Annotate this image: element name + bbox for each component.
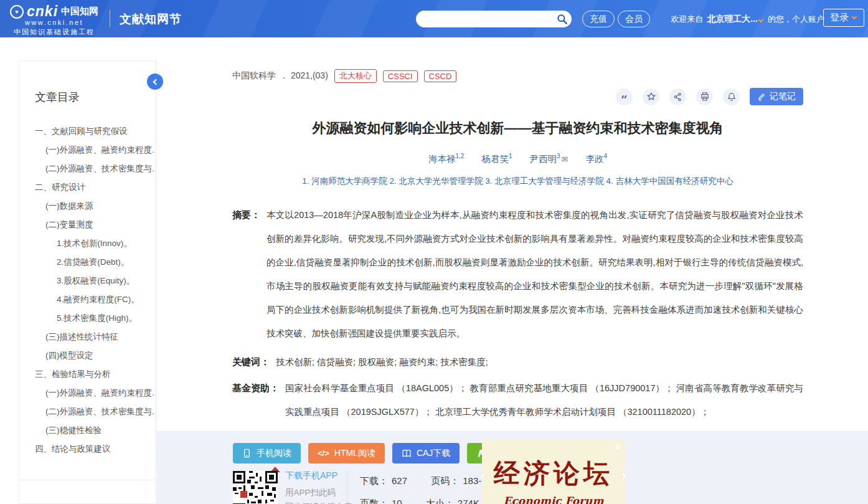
author-link[interactable]: 杨君笑1 (481, 154, 512, 164)
page-range-label: 页码： (431, 475, 459, 486)
printer-icon (700, 92, 710, 102)
logo-cn-text: 中国知网 (61, 6, 98, 17)
download-app-link[interactable]: 下载手机APP (285, 470, 352, 482)
toc-item[interactable]: 二、研究设计 (19, 178, 155, 197)
journal-promo-banner[interactable]: 经济论坛 Economic Forum x ‹ › (482, 440, 625, 504)
page-title: 文献知网节 (120, 11, 182, 27)
toc-item[interactable]: (二)变量测度 (19, 216, 155, 234)
member-button[interactable]: 会员 (618, 11, 650, 27)
welcome-area: 欢迎来自 北京理工大... 的您，个人账户 (671, 14, 824, 25)
journal-meta: 中国软科学 ． 2021,(03) 北大核心 CSSCI CSCD (232, 60, 803, 83)
toc-item[interactable]: 3.股权融资(Equity)。 (19, 272, 155, 290)
cnki-logo[interactable]: ♥ cnki 中国知网 www.cnki.net 中国知识基础设施工程 (10, 3, 98, 37)
toc-item[interactable]: (二)外源融资、技术密集度与... (19, 402, 155, 421)
scan-hint-2: 同步阅读此篇文章 (285, 502, 352, 504)
star-icon (646, 92, 656, 102)
phone-icon (242, 449, 252, 458)
cscd-badge: CSCD (424, 70, 457, 82)
share-button[interactable] (669, 88, 686, 105)
toc-item[interactable]: 4.融资约束程度(FC)。 (19, 290, 155, 309)
file-size: 274K (458, 498, 479, 504)
sidebar-collapse-button[interactable] (147, 74, 163, 90)
file-size-label: 大小： (426, 498, 454, 504)
bell-icon (727, 92, 737, 102)
journal-issue: ． 2021,(03) (280, 70, 328, 82)
toc-item[interactable]: (一)外源融资、融资约束程度... (19, 141, 155, 159)
logo-subtitle: 中国知识基础设施工程 (10, 27, 98, 37)
html-read-button[interactable]: </> HTML阅读 (308, 443, 385, 464)
toc-item[interactable]: 三、检验结果与分析 (19, 365, 155, 384)
top-header: ♥ cnki 中国知网 www.cnki.net 中国知识基础设施工程 文献知网… (0, 0, 868, 37)
toc-item[interactable]: (三)描述性统计特征 (19, 328, 155, 346)
toc-item[interactable]: (三)稳健性检验 (19, 421, 155, 440)
print-button[interactable] (696, 88, 713, 105)
login-button[interactable]: 登录 (823, 9, 864, 27)
search-bar (416, 11, 572, 27)
promo-title: 经济论坛 (482, 456, 625, 491)
scan-hint-1: 用APP扫此码 (285, 487, 352, 498)
toc-item[interactable]: (四)模型设定 (19, 346, 155, 365)
fund-label: 基金资助： (232, 376, 279, 424)
pencil-icon (757, 92, 766, 101)
quote-button[interactable]: “ (616, 88, 633, 105)
cssci-badge: CSSCI (383, 70, 418, 82)
favorite-button[interactable] (643, 88, 659, 105)
abstract-label: 摘要： (232, 203, 260, 345)
logo-url: www.cnki.net (10, 19, 98, 26)
download-section: 手机阅读 </> HTML阅读 CAJ下载 PDF下载 (156, 431, 868, 504)
code-icon: </> (318, 449, 329, 458)
toc-item[interactable]: (一)外源融资、融资约束程度... (19, 384, 155, 402)
mobile-read-button[interactable]: 手机阅读 (233, 443, 301, 464)
author-link[interactable]: 海本禄1,2 (428, 154, 464, 164)
article-title: 外源融资如何影响企业技术创新——基于融资约束和技术密集度视角 (232, 119, 803, 138)
share-icon (673, 92, 682, 102)
qr-stamp (240, 491, 248, 498)
page-count: 10 (392, 498, 402, 504)
authors-row: 海本禄1,2杨君笑1尹西明3✉李政4 (232, 153, 803, 165)
org-selector[interactable]: 北京理工大... (707, 14, 764, 25)
carousel-prev-icon[interactable]: ‹ (482, 467, 486, 483)
chevron-down-icon (758, 17, 763, 22)
toc-item[interactable]: 5.技术密集度(High)。 (19, 309, 155, 328)
sidebar-divider (19, 480, 155, 480)
keywords-row: 关键词： 技术创新; 信贷融资; 股权融资; 融资约束; 技术密集度; (232, 354, 803, 370)
abstract-row: 摘要： 本文以2013—2018年沪深A股制造业企业为样本,从融资约束程度和技术… (232, 203, 803, 345)
globe-icon: ♥ (10, 5, 24, 19)
core-badge: 北大核心 (334, 69, 377, 83)
toc-item[interactable]: 一、文献回顾与研究假设 (19, 122, 155, 141)
mail-icon: ✉ (562, 155, 568, 164)
fund-text[interactable]: 国家社会科学基金重点项目 （18AGL005）； 教育部重点研究基地重大项目 （… (285, 376, 803, 424)
article-toolbar: “ 记笔记 (232, 88, 803, 105)
affiliations[interactable]: 1. 河南师范大学商学院 2. 北京大学光华管理学院 3. 北京理工大学管理与经… (232, 176, 803, 187)
carousel-next-icon[interactable]: › (621, 467, 625, 483)
keywords-label: 关键词： (232, 354, 270, 370)
search-input[interactable] (416, 14, 553, 24)
recharge-button[interactable]: 充值 (582, 11, 615, 27)
qr-code (233, 471, 278, 504)
promo-subtitle: Economic Forum (482, 495, 625, 504)
toc-item[interactable]: (一)数据来源 (19, 197, 155, 216)
stats-divider (347, 471, 347, 504)
keywords-text[interactable]: 技术创新; 信贷融资; 股权融资; 融资约束; 技术密集度; (276, 354, 488, 370)
logo-cnki-text: cnki (27, 3, 58, 20)
toc-item[interactable]: 四、结论与政策建议 (19, 440, 155, 459)
caj-download-button[interactable]: CAJ下载 (392, 443, 460, 464)
close-icon[interactable]: x (615, 441, 620, 451)
note-button[interactable]: 记笔记 (750, 88, 803, 105)
abstract-text: 本文以2013—2018年沪深A股制造业企业为样本,从融资约束程度和技术密集度的… (267, 203, 803, 345)
journal-link[interactable]: 中国软科学 (232, 70, 276, 82)
author-link[interactable]: 李政4 (585, 154, 607, 164)
book-icon (402, 449, 412, 459)
article-main: 中国软科学 ． 2021,(03) 北大核心 CSSCI CSCD “ 记笔记 … (156, 60, 868, 431)
toc-item[interactable]: 2.信贷融资(Debt)。 (19, 253, 155, 272)
alert-button[interactable] (723, 88, 740, 105)
toc-item[interactable]: 1.技术创新(Innov)。 (19, 234, 155, 253)
author-link[interactable]: 尹西明3✉ (529, 154, 568, 164)
search-icon[interactable] (553, 11, 572, 27)
page-count-label: 页数： (360, 498, 388, 504)
fund-row: 基金资助： 国家社会科学基金重点项目 （18AGL005）； 教育部重点研究基地… (232, 376, 803, 424)
app-promo: 下载手机APP 用APP扫此码 同步阅读此篇文章 (285, 470, 352, 504)
chevron-down-icon (852, 14, 857, 19)
toc-item[interactable]: (二)外源融资、技术密集度与... (19, 159, 155, 178)
download-count-label: 下载： (360, 475, 388, 486)
